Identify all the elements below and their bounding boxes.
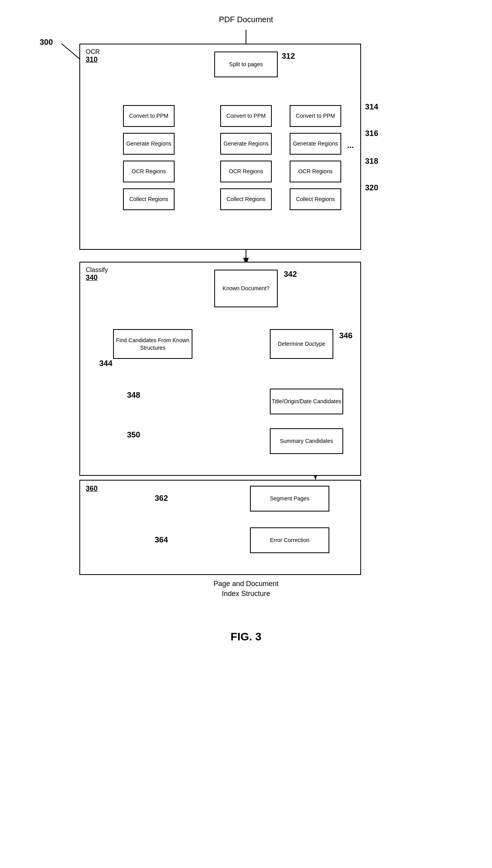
bottom-output-label: Page and DocumentIndex Structure	[186, 579, 306, 599]
collect-regions-1: Collect Regions	[123, 188, 175, 210]
ref-350: 350	[127, 430, 140, 439]
summary-candidates-box: Summary Candidates	[270, 428, 343, 454]
ref-342: 342	[284, 270, 297, 279]
ref-348: 348	[127, 391, 140, 400]
ref-314: 314	[365, 102, 378, 111]
error-correction-box: Error Correction	[250, 527, 329, 553]
ref-318: 318	[365, 157, 378, 166]
classify-ref: 340	[86, 274, 98, 282]
segment-ref: 360	[86, 485, 98, 493]
ref-344: 344	[99, 359, 112, 368]
find-candidates-box: Find Candidates From Known Structures	[113, 329, 192, 359]
collect-regions-3: Collect Regions	[290, 188, 341, 210]
ref-346: 346	[339, 331, 352, 340]
ocr-regions-3: OCR Regions	[290, 161, 341, 182]
ellipsis: ...	[347, 141, 354, 150]
convert-ppm-2: Convert to PPM	[220, 105, 272, 127]
fig-label: FIG. 3	[198, 630, 294, 643]
ref-362: 362	[155, 494, 168, 503]
generate-regions-1: Generate Regions	[123, 133, 175, 155]
generate-regions-2: Generate Regions	[220, 133, 272, 155]
split-to-pages-box: Split to pages	[214, 52, 278, 77]
segment-pages-box: Segment Pages	[250, 486, 329, 512]
convert-ppm-3: Convert to PPM	[290, 105, 341, 127]
ref-364: 364	[155, 535, 168, 544]
ref-316: 316	[365, 129, 378, 138]
ref-300: 300	[40, 38, 53, 47]
ocr-regions-2: OCR Regions	[220, 161, 272, 182]
determine-doctype-box: Determine Doctype	[270, 329, 333, 359]
classify-label: Classify	[86, 266, 108, 274]
generate-regions-3: Generate Regions	[290, 133, 341, 155]
title-origin-date-box: Title/Origin/Date Candidates	[270, 389, 343, 414]
pdf-document-label: PDF Document	[214, 15, 278, 24]
ocr-label: OCR	[86, 48, 100, 56]
collect-regions-2: Collect Regions	[220, 188, 272, 210]
ocr-ref: 310	[86, 56, 98, 64]
ocr-regions-1: OCR Regions	[123, 161, 175, 182]
ref-320: 320	[365, 183, 378, 192]
convert-ppm-1: Convert to PPM	[123, 105, 175, 127]
known-document-box: Known Document?	[214, 270, 278, 307]
ref-312: 312	[282, 52, 295, 61]
diagram-container: 300 PDF Document OCR 310 Split to pages …	[0, 0, 492, 868]
